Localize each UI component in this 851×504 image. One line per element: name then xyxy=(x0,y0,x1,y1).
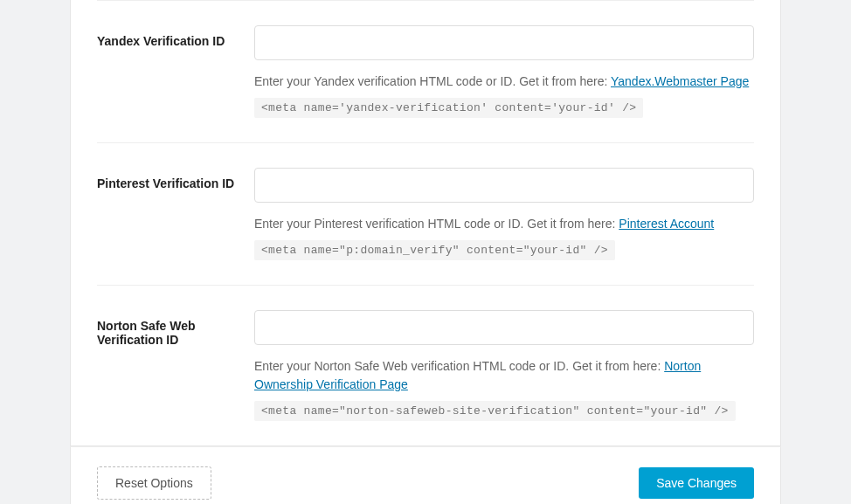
norton-verification-row: Norton Safe Web Verification ID Enter yo… xyxy=(97,285,754,445)
pinterest-account-link[interactable]: Pinterest Account xyxy=(619,217,714,231)
pinterest-label: Pinterest Verification ID xyxy=(97,168,254,260)
save-changes-button[interactable]: Save Changes xyxy=(639,467,754,499)
yandex-help: Enter your Yandex verification HTML code… xyxy=(254,72,754,91)
yandex-verification-row: Yandex Verification ID Enter your Yandex… xyxy=(97,0,754,142)
pinterest-help: Enter your Pinterest verification HTML c… xyxy=(254,215,754,233)
pinterest-code-snippet: <meta name="p:domain_verify" content="yo… xyxy=(254,240,615,260)
yandex-label: Yandex Verification ID xyxy=(97,25,254,118)
yandex-webmaster-link[interactable]: Yandex.Webmaster Page xyxy=(611,74,749,88)
pinterest-verification-row: Pinterest Verification ID Enter your Pin… xyxy=(97,142,754,285)
pinterest-verification-input[interactable] xyxy=(254,168,754,203)
norton-verification-input[interactable] xyxy=(254,310,754,345)
yandex-code-snippet: <meta name='yandex-verification' content… xyxy=(254,98,643,118)
norton-help: Enter your Norton Safe Web verification … xyxy=(254,357,754,394)
norton-help-text: Enter your Norton Safe Web verification … xyxy=(254,359,664,373)
pinterest-help-text: Enter your Pinterest verification HTML c… xyxy=(254,217,619,231)
norton-code-snippet: <meta name="norton-safeweb-site-verifica… xyxy=(254,401,736,421)
norton-body: Enter your Norton Safe Web verification … xyxy=(254,310,754,421)
yandex-body: Enter your Yandex verification HTML code… xyxy=(254,25,754,118)
norton-label: Norton Safe Web Verification ID xyxy=(97,310,254,421)
reset-options-button[interactable]: Reset Options xyxy=(97,466,211,500)
settings-panel: Yandex Verification ID Enter your Yandex… xyxy=(70,0,781,446)
pinterest-body: Enter your Pinterest verification HTML c… xyxy=(254,168,754,260)
yandex-verification-input[interactable] xyxy=(254,25,754,60)
settings-footer: Reset Options Save Changes xyxy=(70,446,781,504)
yandex-help-text: Enter your Yandex verification HTML code… xyxy=(254,74,611,88)
